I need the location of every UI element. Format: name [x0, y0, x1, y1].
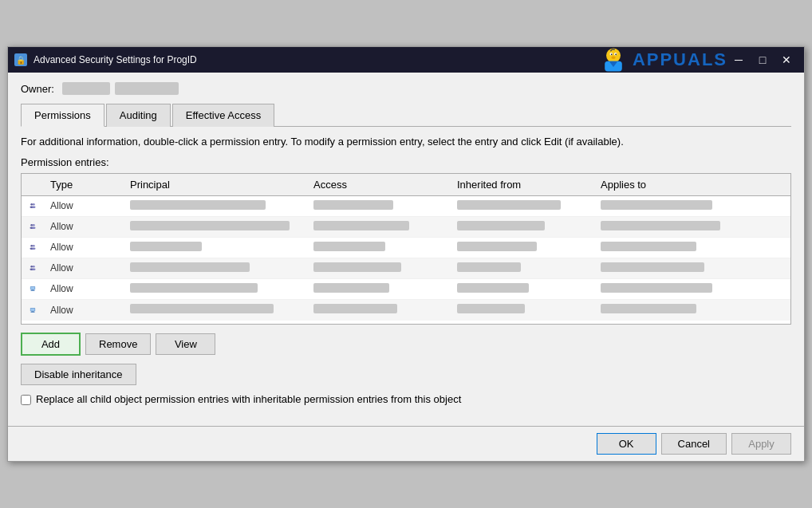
action-buttons-row: Add Remove View	[21, 333, 791, 356]
row-type-4: Allow	[45, 261, 125, 275]
tab-auditing[interactable]: Auditing	[106, 104, 171, 127]
remove-button[interactable]: Remove	[85, 333, 151, 355]
cancel-button[interactable]: Cancel	[661, 433, 727, 455]
owner-value	[62, 82, 179, 95]
row-type-5: Allow	[45, 282, 125, 296]
owner-row: Owner:	[21, 82, 791, 95]
window-title: Advanced Security Settings for ProgID	[34, 54, 599, 65]
row-icon-1	[25, 198, 41, 214]
row-principal-1	[125, 199, 309, 214]
table-row[interactable]: Allow	[22, 238, 790, 258]
row-access-2	[309, 219, 452, 234]
svg-rect-28	[31, 311, 34, 312]
permissions-table: Type Principal Access Inherited from App…	[21, 173, 791, 325]
row-applies-3	[596, 240, 790, 255]
title-bar: 🔒 Advanced Security Settings for ProgID …	[8, 47, 804, 73]
permission-entries-label: Permission entries:	[21, 156, 791, 168]
replace-checkbox-label: Replace all child object permission entr…	[36, 393, 461, 405]
table-row[interactable]: Allow	[22, 279, 790, 300]
maximize-button[interactable]: □	[751, 52, 774, 68]
svg-rect-25	[30, 290, 34, 291]
row-applies-6	[596, 302, 790, 317]
table-header: Type Principal Access Inherited from App…	[22, 174, 790, 196]
svg-point-14	[32, 227, 35, 230]
ok-button[interactable]: OK	[597, 433, 656, 455]
computer-group-icon	[30, 282, 36, 296]
svg-point-4	[615, 54, 617, 56]
table-row[interactable]: Allow	[22, 217, 790, 238]
col-inherited: Inherited from	[452, 177, 596, 192]
col-type: Type	[45, 177, 125, 192]
col-access: Access	[309, 177, 452, 192]
replace-checkbox[interactable]	[21, 395, 31, 405]
svg-rect-24	[31, 289, 34, 290]
user-group-icon	[30, 261, 36, 275]
tab-permissions[interactable]: Permissions	[21, 104, 104, 127]
table-row[interactable]: Allow	[22, 258, 790, 279]
info-text: For additional information, double-click…	[21, 135, 791, 149]
computer-group-icon	[30, 303, 36, 317]
row-inherited-1	[452, 199, 596, 214]
main-window: 🔒 Advanced Security Settings for ProgID …	[7, 46, 805, 461]
window-icon: 🔒	[14, 53, 27, 66]
row-applies-4	[596, 261, 790, 276]
svg-point-12	[33, 224, 35, 226]
close-button[interactable]: ✕	[775, 52, 798, 68]
row-access-6	[309, 302, 452, 317]
row-principal-4	[125, 261, 309, 276]
row-type-3: Allow	[45, 240, 125, 254]
disable-inheritance-container: Disable inheritance	[21, 364, 791, 385]
svg-point-19	[30, 266, 33, 268]
svg-rect-26	[30, 287, 34, 289]
bottom-bar: OK Cancel Apply	[8, 426, 804, 461]
row-icon-6	[25, 302, 41, 318]
row-access-3	[309, 240, 452, 255]
row-applies-5	[596, 282, 790, 297]
window-body: Owner: Permissions Auditing Effective Ac…	[8, 73, 804, 425]
owner-domain-blurred	[115, 82, 179, 95]
table-row[interactable]: Allow	[22, 300, 790, 321]
table-rows: Allow Allow	[22, 196, 790, 324]
row-applies-1	[596, 199, 790, 214]
apply-button[interactable]: Apply	[731, 433, 791, 455]
add-button[interactable]: Add	[21, 333, 81, 356]
svg-point-18	[32, 248, 35, 250]
replace-checkbox-row: Replace all child object permission entr…	[21, 393, 791, 405]
svg-point-8	[33, 203, 35, 206]
row-inherited-3	[452, 240, 596, 255]
user-group-icon	[30, 219, 36, 234]
row-icon-5	[25, 281, 41, 297]
row-access-1	[309, 199, 452, 214]
disable-inheritance-button[interactable]: Disable inheritance	[21, 364, 136, 385]
svg-rect-30	[30, 308, 34, 310]
row-type-2: Allow	[45, 219, 125, 234]
col-applies: Applies to	[596, 177, 790, 192]
minimize-button[interactable]: ─	[727, 52, 750, 68]
appuals-text: APPUALS	[633, 49, 727, 70]
svg-point-16	[33, 245, 35, 247]
svg-point-20	[33, 266, 35, 268]
row-inherited-5	[452, 282, 596, 297]
tab-effective-access[interactable]: Effective Access	[172, 104, 274, 127]
row-inherited-2	[452, 219, 596, 234]
svg-rect-29	[30, 312, 34, 313]
svg-point-0	[606, 49, 621, 63]
row-access-4	[309, 261, 452, 276]
row-icon-4	[25, 260, 41, 276]
svg-point-15	[30, 245, 33, 247]
row-principal-5	[125, 282, 309, 297]
user-group-icon	[30, 240, 36, 254]
row-icon-3	[25, 239, 41, 255]
row-access-5	[309, 282, 452, 297]
svg-point-10	[32, 207, 35, 209]
logo-character-icon	[599, 45, 628, 74]
user-group-icon	[30, 199, 36, 213]
tabs-bar: Permissions Auditing Effective Access	[21, 103, 791, 127]
table-row[interactable]: Allow	[22, 196, 790, 217]
owner-label: Owner:	[21, 83, 54, 95]
view-button[interactable]: View	[156, 333, 215, 355]
row-principal-2	[125, 219, 309, 234]
row-type-6: Allow	[45, 303, 125, 317]
appuals-logo: APPUALS	[599, 45, 727, 74]
svg-point-5	[611, 57, 615, 60]
